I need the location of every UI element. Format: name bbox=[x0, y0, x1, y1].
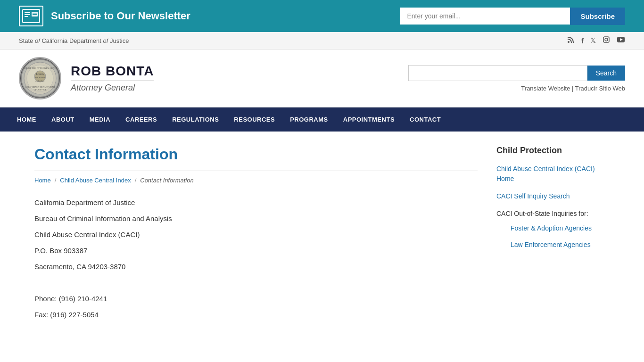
sidebar-title: Child Protection bbox=[496, 146, 610, 156]
subscribe-button[interactable]: Subscribe bbox=[570, 8, 625, 25]
nav-link-contact[interactable]: CONTACT bbox=[402, 107, 448, 132]
svg-text:and Justice: and Justice bbox=[35, 76, 46, 79]
page-title: Contact Information bbox=[34, 146, 478, 163]
svg-point-10 bbox=[608, 38, 609, 39]
nav-link-regulations[interactable]: REGULATIONS bbox=[165, 107, 226, 132]
nav-item-resources: RESOURCES bbox=[226, 107, 282, 132]
nav-link-media[interactable]: MEDIA bbox=[82, 107, 118, 132]
nav-item-regulations: REGULATIONS bbox=[165, 107, 226, 132]
svg-text:OFFICE OF THE ATTORNEY GENERAL: OFFICE OF THE ATTORNEY GENERAL bbox=[20, 67, 60, 69]
svg-rect-1 bbox=[25, 12, 30, 13]
nav-link-careers[interactable]: CAREERS bbox=[118, 107, 165, 132]
contact-line bbox=[34, 277, 478, 288]
breadcrumb-sep1: / bbox=[55, 177, 57, 184]
nav-link-resources[interactable]: RESOURCES bbox=[226, 107, 282, 132]
search-input[interactable] bbox=[408, 65, 587, 81]
seal-logo: OFFICE OF THE ATTORNEY GENERAL CALIFORNI… bbox=[19, 57, 61, 99]
svg-rect-6 bbox=[33, 14, 37, 15]
attorney-general-name: ROB BONTA bbox=[71, 64, 154, 79]
state-title: State of California Department of Justic… bbox=[19, 37, 129, 44]
svg-point-7 bbox=[568, 41, 570, 43]
logo-left: OFFICE OF THE ATTORNEY GENERAL CALIFORNI… bbox=[19, 57, 154, 99]
contact-line: California Department of Justice bbox=[34, 197, 478, 208]
main-content: Contact Information Home / Child Abuse C… bbox=[16, 132, 628, 339]
breadcrumb-home[interactable]: Home bbox=[34, 177, 51, 184]
svg-rect-3 bbox=[25, 16, 28, 17]
contact-line: Child Abuse Central Index (CACI) bbox=[34, 229, 478, 240]
newsletter-title: Subscribe to Our Newsletter bbox=[51, 10, 190, 22]
state-header: State of California Department of Justic… bbox=[0, 32, 644, 49]
contact-line: Fax: (916) 227-5054 bbox=[34, 309, 478, 321]
nav-item-programs: PROGRAMS bbox=[282, 107, 336, 132]
sidebar-section-label: CACI Out-of-State Inquiries for: bbox=[496, 209, 610, 219]
nav-item-contact: CONTACT bbox=[402, 107, 448, 132]
svg-text:CALIFORNIA DEPARTMENT: CALIFORNIA DEPARTMENT bbox=[25, 86, 55, 88]
sidebar-sub-link[interactable]: Foster & Adoption Agencies bbox=[496, 223, 610, 233]
svg-rect-8 bbox=[603, 37, 609, 42]
svg-text:under law: under law bbox=[35, 80, 45, 82]
email-input[interactable] bbox=[400, 8, 570, 25]
search-row: Search bbox=[408, 65, 625, 81]
rss-icon[interactable] bbox=[567, 36, 575, 45]
contact-info: California Department of JusticeBureau o… bbox=[34, 197, 478, 321]
newsletter-bar: Subscribe to Our Newsletter Subscribe bbox=[0, 0, 644, 32]
search-area: Search Translate Website | Traducir Siti… bbox=[408, 65, 625, 92]
nav-link-programs[interactable]: PROGRAMS bbox=[282, 107, 336, 132]
nav-link-appointments[interactable]: APPOINTMENTS bbox=[336, 107, 402, 132]
nav-item-careers: CAREERS bbox=[118, 107, 165, 132]
svg-text:OF JUSTICE: OF JUSTICE bbox=[33, 89, 46, 91]
nav-link-about[interactable]: ABOUT bbox=[44, 107, 82, 132]
instagram-icon[interactable] bbox=[603, 36, 610, 45]
sidebar-sub-link[interactable]: Law Enforcement Agencies bbox=[496, 240, 610, 250]
breadcrumb-current: Contact Information bbox=[140, 177, 193, 184]
breadcrumb-sep2: / bbox=[135, 177, 137, 184]
newsletter-icon bbox=[19, 6, 43, 26]
breadcrumb: Home / Child Abuse Central Index / Conta… bbox=[34, 171, 478, 184]
sidebar-main-link[interactable]: CACI Self Inquiry Search bbox=[496, 191, 610, 201]
newsletter-form: Subscribe bbox=[400, 8, 625, 25]
svg-text:Liberty: Liberty bbox=[36, 73, 44, 75]
logo-text: ROB BONTA Attorney General bbox=[71, 64, 154, 93]
search-button[interactable]: Search bbox=[587, 66, 625, 81]
contact-line: Sacramento, CA 94203-3870 bbox=[34, 261, 478, 272]
main-nav: HOMEABOUTMEDIACAREERSREGULATIONSRESOURCE… bbox=[0, 107, 644, 132]
contact-line: Bureau of Criminal Information and Analy… bbox=[34, 213, 478, 224]
logo-header: OFFICE OF THE ATTORNEY GENERAL CALIFORNI… bbox=[0, 49, 644, 107]
facebook-icon[interactable]: f bbox=[581, 37, 584, 45]
nav-item-home: HOME bbox=[9, 107, 44, 132]
translate-separator: | bbox=[572, 85, 573, 92]
twitter-icon[interactable]: 𝕏 bbox=[590, 36, 596, 45]
sidebar: Child Protection Child Abuse Central Ind… bbox=[496, 146, 610, 325]
svg-rect-2 bbox=[25, 14, 30, 15]
nav-item-media: MEDIA bbox=[82, 107, 118, 132]
social-icons: f 𝕏 bbox=[567, 36, 625, 45]
nav-item-about: ABOUT bbox=[44, 107, 82, 132]
svg-rect-5 bbox=[33, 13, 37, 14]
youtube-icon[interactable] bbox=[617, 36, 625, 45]
content-left: Contact Information Home / Child Abuse C… bbox=[34, 146, 478, 325]
translate-spanish-link[interactable]: Traducir Sitio Web bbox=[575, 85, 625, 92]
contact-line: Phone: (916) 210-4241 bbox=[34, 293, 478, 304]
translate-english-link[interactable]: Translate Website bbox=[521, 85, 570, 92]
sidebar-main-link[interactable]: Child Abuse Central Index (CACI) Home bbox=[496, 164, 610, 184]
breadcrumb-section[interactable]: Child Abuse Central Index bbox=[60, 177, 131, 184]
svg-point-9 bbox=[605, 38, 608, 41]
newsletter-left: Subscribe to Our Newsletter bbox=[19, 6, 190, 26]
attorney-general-title: Attorney General bbox=[71, 81, 154, 93]
contact-line: P.O. Box 903387 bbox=[34, 245, 478, 256]
translate-links: Translate Website | Traducir Sitio Web bbox=[521, 85, 625, 92]
nav-link-home[interactable]: HOME bbox=[9, 107, 44, 132]
nav-item-appointments: APPOINTMENTS bbox=[336, 107, 402, 132]
